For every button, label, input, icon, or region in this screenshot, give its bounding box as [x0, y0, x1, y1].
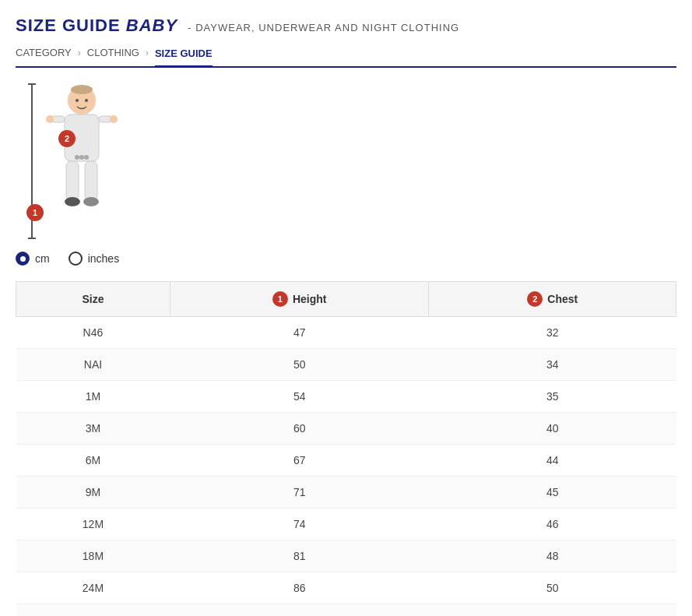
- title-prefix: SIZE GUIDE: [16, 16, 121, 35]
- svg-point-14: [75, 155, 79, 160]
- breadcrumb-category[interactable]: CATEGORY: [16, 47, 72, 58]
- svg-point-13: [79, 155, 84, 160]
- table-row: 18M8148: [16, 540, 676, 572]
- table-row: 1M5435: [16, 381, 676, 413]
- svg-point-1: [71, 85, 93, 94]
- table-row: NAI5034: [16, 349, 676, 381]
- breadcrumb-clothing[interactable]: CLOTHING: [87, 47, 139, 58]
- table-row: N464732: [16, 317, 676, 349]
- cell-size: 3M: [16, 413, 170, 445]
- breadcrumb: CATEGORY › CLOTHING › SIZE GUIDE: [16, 47, 676, 68]
- cell-chest: 50: [429, 572, 676, 604]
- title-main: baby: [126, 16, 177, 35]
- cm-label: cm: [35, 252, 50, 265]
- col-size: Size: [16, 282, 170, 317]
- table-row: 3M6040: [16, 413, 676, 445]
- height-badge: 1: [272, 291, 288, 307]
- breadcrumb-size-guide[interactable]: SIZE GUIDE: [155, 48, 213, 67]
- badge-2: 2: [58, 130, 76, 147]
- svg-point-10: [83, 197, 99, 206]
- bracket-bottom: [28, 238, 36, 239]
- cell-height: 54: [170, 381, 429, 413]
- badge-1: 1: [26, 204, 44, 221]
- col-height: 1 Height: [170, 282, 429, 317]
- inches-option[interactable]: inches: [68, 252, 119, 266]
- cell-chest: 46: [429, 509, 676, 540]
- cm-option[interactable]: cm: [16, 252, 50, 266]
- baby-figure: [43, 83, 121, 234]
- cell-chest: 32: [429, 317, 676, 349]
- cell-chest: 40: [429, 413, 676, 445]
- table-body: N464732NAI50341M54353M60406M67449M714512…: [16, 317, 676, 617]
- svg-point-11: [76, 99, 79, 102]
- page-container: SIZE GUIDE baby - DAYWEAR, UNDERWEAR AND…: [0, 0, 692, 616]
- cell-height: 95: [170, 604, 429, 617]
- cell-height: 86: [170, 572, 429, 604]
- table-row: 6M6744: [16, 445, 676, 477]
- chest-col-label: 2 Chest: [527, 291, 578, 307]
- cell-chest: 48: [429, 540, 676, 572]
- inches-radio[interactable]: [68, 252, 83, 266]
- image-section: 1 2: [16, 83, 676, 266]
- cell-size: 9M: [16, 477, 170, 509]
- col-chest: 2 Chest: [429, 282, 676, 317]
- header-row: Size 1 Height 2 Chest: [16, 282, 676, 317]
- table-row: 24M8650: [16, 572, 676, 604]
- cell-size: 6M: [16, 445, 170, 477]
- table-row: 36M9552: [16, 604, 676, 617]
- cell-height: 67: [170, 445, 429, 477]
- cell-height: 50: [170, 349, 429, 381]
- breadcrumb-sep-2: ›: [146, 48, 149, 58]
- cell-height: 47: [170, 317, 429, 349]
- cell-size: 1M: [16, 381, 170, 413]
- breadcrumb-sep-1: ›: [78, 48, 81, 58]
- cell-size: 24M: [16, 572, 170, 604]
- svg-point-15: [84, 155, 89, 160]
- cm-radio[interactable]: [16, 252, 30, 266]
- page-title: SIZE GUIDE baby - DAYWEAR, UNDERWEAR AND…: [16, 16, 676, 36]
- cell-height: 74: [170, 509, 429, 540]
- cell-chest: 45: [429, 477, 676, 509]
- inches-label: inches: [88, 252, 119, 265]
- title-suffix: - DAYWEAR, UNDERWEAR AND NIGHT CLOTHING: [188, 22, 459, 33]
- svg-point-6: [110, 115, 118, 123]
- cell-size: 36M: [16, 604, 170, 617]
- cell-chest: 35: [429, 381, 676, 413]
- baby-image-wrapper: 1 2: [16, 83, 140, 239]
- cell-height: 60: [170, 413, 429, 445]
- height-col-label: 1 Height: [272, 291, 327, 307]
- table-row: 12M7446: [16, 509, 676, 540]
- cell-chest: 44: [429, 445, 676, 477]
- svg-rect-8: [85, 161, 97, 200]
- svg-point-12: [85, 99, 88, 102]
- table-row: 9M7145: [16, 477, 676, 509]
- svg-point-5: [46, 115, 54, 123]
- svg-rect-7: [66, 161, 79, 200]
- chest-badge: 2: [527, 291, 543, 307]
- image-and-controls: 1 2: [16, 83, 676, 266]
- cell-size: N46: [16, 317, 170, 349]
- cell-chest: 34: [429, 349, 676, 381]
- cell-size: 12M: [16, 509, 170, 540]
- cell-size: NAI: [16, 349, 170, 381]
- unit-toggle: cm inches: [16, 252, 119, 266]
- cell-height: 81: [170, 540, 429, 572]
- table-header: Size 1 Height 2 Chest: [16, 282, 676, 317]
- size-table: Size 1 Height 2 Chest N464732NAI50341M54…: [16, 281, 676, 616]
- svg-point-9: [65, 197, 80, 206]
- cell-height: 71: [170, 477, 429, 509]
- cell-chest: 52: [429, 604, 676, 617]
- bracket-top: [28, 83, 36, 85]
- cell-size: 18M: [16, 540, 170, 572]
